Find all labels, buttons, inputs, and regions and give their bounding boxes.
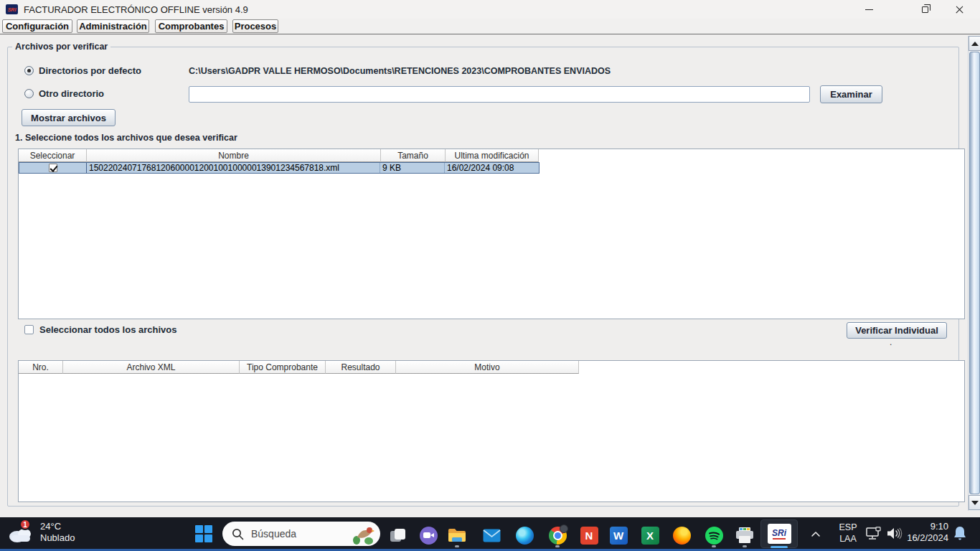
excel-icon: X	[641, 527, 659, 545]
menu-configuracion[interactable]: Configuración	[2, 19, 72, 33]
screen: SRI FACTURADOR ELECTRÓNICO OFFLINE versi…	[0, 0, 980, 551]
notification-badge: 1	[19, 519, 31, 530]
window-title: FACTURADOR ELECTRÓNICO OFFLINE versión 4…	[24, 4, 248, 15]
excel-button[interactable]: X	[641, 526, 659, 545]
row-modificacion[interactable]: 16/02/2024 09:08	[445, 163, 537, 173]
arrow-up-icon	[971, 42, 979, 46]
radio-default-label: Directorios por defecto	[39, 65, 141, 76]
menu-procesos[interactable]: Procesos	[232, 19, 278, 33]
tray-date: 16/2/2024	[898, 532, 948, 544]
select-all-label: Seleccionar todos los archivos	[39, 324, 176, 335]
sri-taskbar-icon: SRi	[768, 524, 791, 544]
vertical-scrollbar[interactable]	[968, 36, 980, 511]
clock[interactable]: 9:10 16/2/2024	[898, 521, 948, 544]
weather-temperature: 24°C	[40, 521, 61, 532]
other-directory-input[interactable]	[189, 86, 810, 103]
scrollbar-thumb[interactable]	[969, 52, 980, 494]
examinar-button[interactable]: Examinar	[820, 85, 882, 103]
chrome-extension-badge-icon	[560, 524, 568, 533]
search-icon	[232, 528, 244, 540]
chrome-icon	[549, 527, 567, 545]
mail-button[interactable]	[482, 526, 501, 545]
firefox-button[interactable]	[672, 526, 691, 545]
sri-app-icon: SRI	[6, 4, 18, 14]
nitro-pdf-icon: N	[580, 527, 598, 545]
col-tamano[interactable]: Tamaño	[381, 149, 446, 162]
row-nombre[interactable]: 1502202407176812060000120010010000013901…	[87, 163, 380, 173]
language-top: ESP	[835, 522, 861, 533]
radio-otro-directorio[interactable]	[24, 89, 34, 98]
word-button[interactable]: W	[609, 526, 628, 545]
col-nro[interactable]: Nro.	[19, 361, 63, 374]
chrome-button[interactable]	[548, 526, 567, 545]
folder-icon	[448, 527, 466, 543]
file-explorer-running-indicator	[455, 545, 459, 547]
search-box[interactable]: Búsqueda	[222, 522, 380, 546]
col-archivo-xml[interactable]: Archivo XML	[63, 361, 240, 374]
restore-icon	[922, 6, 928, 13]
scroll-up-button[interactable]	[969, 36, 980, 51]
default-directory-path: C:\Users\GADPR VALLE HERMOSO\Documents\R…	[189, 66, 611, 76]
sri-active-indicator	[771, 546, 788, 548]
edge-button[interactable]	[515, 526, 534, 545]
col-ultima-modificacion[interactable]: Ultima modificación	[446, 149, 539, 162]
step1-label: 1. Seleccione todos los archivos que des…	[15, 133, 237, 143]
close-button[interactable]	[945, 0, 974, 19]
search-placeholder: Búsqueda	[251, 528, 296, 540]
start-icon	[195, 525, 203, 533]
weather-widget[interactable]: 1 24°C Nublado	[0, 517, 100, 549]
mail-icon	[483, 529, 501, 542]
menubar: Configuración Administración Comprobante…	[0, 19, 980, 34]
col-nombre[interactable]: Nombre	[87, 149, 381, 162]
bell-icon	[953, 526, 967, 542]
nitro-pdf-button[interactable]: N	[580, 526, 598, 545]
col-motivo[interactable]: Motivo	[396, 361, 579, 374]
printer-running-indicator	[743, 545, 747, 547]
files-table-header: Seleccionar Nombre Tamaño Ultima modific…	[19, 149, 964, 162]
verificar-individual-button[interactable]: Verificar Individual	[847, 322, 947, 339]
spotify-button[interactable]	[705, 526, 723, 545]
col-resultado[interactable]: Resultado	[326, 361, 396, 374]
tray-time: 9:10	[898, 521, 948, 532]
minimize-icon	[865, 9, 873, 10]
video-chat-icon	[420, 527, 438, 545]
row-checkbox[interactable]	[49, 164, 57, 172]
groupbox-legend: Archivos por verificar	[12, 42, 110, 52]
weather-condition: Nublado	[40, 532, 75, 543]
printer-button[interactable]	[735, 526, 754, 545]
start-button[interactable]	[195, 525, 213, 543]
radio-directorios-por-defecto[interactable]	[24, 66, 34, 75]
minimize-button[interactable]	[854, 0, 883, 19]
task-view-icon	[388, 527, 406, 545]
file-explorer-button[interactable]	[448, 526, 466, 545]
task-view-button[interactable]	[387, 526, 406, 545]
tray-chevron-button[interactable]	[811, 527, 826, 540]
titlebar: SRI FACTURADOR ELECTRÓNICO OFFLINE versi…	[0, 0, 980, 19]
results-table-header: Nro. Archivo XML Tipo Comprobante Result…	[19, 361, 964, 374]
stray-dot: .	[890, 337, 892, 347]
network-icon	[865, 527, 882, 541]
scroll-down-button[interactable]	[969, 495, 980, 510]
table-row[interactable]: 1502202407176812060000120010010000013901…	[19, 162, 540, 174]
notification-center-button[interactable]	[953, 526, 967, 545]
close-icon	[955, 5, 964, 14]
row-checkbox-cell[interactable]	[19, 163, 87, 173]
language-indicator[interactable]: ESP LAA	[835, 522, 861, 545]
mostrar-archivos-button[interactable]: Mostrar archivos	[22, 109, 116, 126]
menu-comprobantes[interactable]: Comprobantes	[155, 19, 227, 33]
col-tipo-comprobante[interactable]: Tipo Comprobante	[240, 361, 326, 374]
col-seleccionar[interactable]: Seleccionar	[19, 149, 87, 162]
chat-app-button[interactable]	[419, 526, 438, 545]
row-tamano[interactable]: 9 KB	[380, 163, 445, 173]
menu-administracion[interactable]: Administración	[77, 19, 149, 33]
chevron-up-icon	[811, 531, 821, 537]
search-bird-decoration-icon	[350, 523, 374, 545]
word-icon: W	[610, 527, 628, 545]
results-table: Nro. Archivo XML Tipo Comprobante Result…	[18, 360, 965, 502]
sri-facturador-active-app[interactable]: SRi	[760, 519, 798, 548]
edge-icon	[516, 527, 534, 545]
restore-button[interactable]	[910, 0, 939, 19]
network-button[interactable]	[865, 527, 882, 544]
select-all-checkbox[interactable]	[24, 325, 34, 334]
radio-other-label: Otro directorio	[39, 88, 104, 99]
